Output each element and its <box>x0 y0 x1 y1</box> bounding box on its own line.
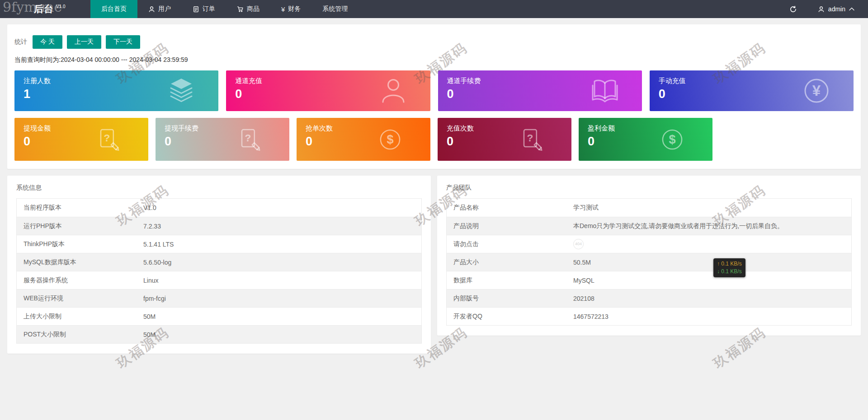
row-value: 5.1.41 LTS <box>143 241 421 248</box>
next-day-button[interactable]: 下一天 <box>106 35 140 49</box>
row-value: 学习测试 <box>573 204 851 212</box>
stat-cards-row-1: 注册人数 1 通道充值 0 <box>14 70 854 111</box>
user-icon <box>818 6 825 13</box>
doc-question-pencil-icon: ? <box>96 127 120 152</box>
row-label: 当前程序版本 <box>17 204 143 212</box>
doc-question-pencil-icon: ? <box>519 127 543 152</box>
stat-card-label: 提现手续费 <box>165 124 280 133</box>
row-label: WEB运行环境 <box>17 294 143 303</box>
today-button[interactable]: 今 天 <box>33 35 62 49</box>
row-value: V1.0 <box>143 204 421 211</box>
stat-card-recharge-count: 充值次数 0 ? <box>438 118 571 161</box>
system-info-title: 系统信息 <box>7 176 431 198</box>
yen-icon: ¥ <box>281 5 285 13</box>
stat-card-value: 0 <box>24 135 139 148</box>
table-row: 数据库 MySQL <box>447 271 851 289</box>
svg-text:?: ? <box>245 132 251 144</box>
table-row: 运行PHP版本 7.2.33 <box>17 217 421 235</box>
person-icon <box>379 76 408 105</box>
row-value: 404 <box>573 239 851 249</box>
svg-text:¥: ¥ <box>812 82 821 99</box>
nav-item-orders[interactable]: 订单 <box>182 0 226 18</box>
nav-item-system[interactable]: 系统管理 <box>311 0 359 18</box>
row-label: 内部版号 <box>447 294 573 303</box>
table-row: 上传大小限制 50M <box>17 307 421 325</box>
stat-card-label: 抢单次数 <box>306 124 421 133</box>
stat-card-label: 充值次数 <box>447 124 562 133</box>
nav-item-finance[interactable]: ¥ 财务 <box>270 0 311 18</box>
app-version: V1.0 <box>56 4 66 9</box>
product-team-table: 产品名称 学习测试 产品说明 本Demo只为学习测试交流,请勿要做商业或者用于违… <box>446 198 852 326</box>
main-menu: 后台首页 用户 订单 商品 ¥ 财务 系统管理 <box>90 0 359 18</box>
row-label: MySQL数据库版本 <box>17 258 143 266</box>
row-label: POST大小限制 <box>17 331 143 339</box>
row-value: fpm-fcgi <box>143 295 421 302</box>
row-label: 数据库 <box>447 276 573 285</box>
product-team-panel: 产品团队 产品名称 学习测试 产品说明 本Demo只为学习测试交流,请勿要做商业… <box>437 176 861 336</box>
row-value: 本Demo只为学习测试交流,请勿要做商业或者用于违法行为,一切后果自负。 <box>573 222 851 230</box>
yen-circle-icon: ¥ <box>802 76 831 105</box>
app-logo: 后台 V1.0 <box>0 0 90 18</box>
order-icon <box>193 6 199 13</box>
nav-item-products[interactable]: 商品 <box>226 0 270 18</box>
table-row: 请勿点击 404 <box>447 235 851 253</box>
row-value: 7.2.33 <box>143 223 421 230</box>
nav-item-home[interactable]: 后台首页 <box>90 0 137 18</box>
nav-item-label: 系统管理 <box>322 5 348 13</box>
chevron-up-icon <box>849 7 854 11</box>
stat-card-channel-recharge: 通道充值 0 <box>226 70 430 111</box>
upload-speed: ↑ 0.1 KB/s <box>717 260 742 268</box>
stat-card-channel-fee: 通道手续费 0 <box>438 70 642 111</box>
stats-panel: 统计 今 天 上一天 下一天 当前查询时间为:2024-03-04 00:00:… <box>7 24 861 169</box>
table-row: 产品说明 本Demo只为学习测试交流,请勿要做商业或者用于违法行为,一切后果自负… <box>447 217 851 235</box>
stat-card-label: 提现金额 <box>24 124 139 133</box>
stat-card-registered-users: 注册人数 1 <box>14 70 218 111</box>
table-row: MySQL数据库版本 5.6.50-log <box>17 253 421 271</box>
dollar-circle-icon: $ <box>660 127 684 152</box>
network-speed-overlay: ↑ 0.1 KB/s ↓ 0.1 KB/s <box>713 258 745 277</box>
row-value: 50M <box>143 331 421 338</box>
svg-text:$: $ <box>387 133 393 146</box>
admin-dashboard: 后台 V1.0 后台首页 用户 订单 商品 ¥ 财务 <box>0 0 868 354</box>
admin-username: admin <box>828 5 845 13</box>
previous-day-button[interactable]: 上一天 <box>67 35 101 49</box>
main-content: 统计 今 天 上一天 下一天 当前查询时间为:2024-03-04 00:00:… <box>0 18 868 354</box>
app-title: 后台 <box>34 3 54 15</box>
table-row: 产品大小 50.5M <box>447 253 851 271</box>
row-label: ThinkPHP版本 <box>17 240 143 248</box>
refresh-button[interactable] <box>789 5 797 13</box>
nav-item-users[interactable]: 用户 <box>137 0 182 18</box>
stat-card-withdraw-amount: 提现金额 0 ? <box>14 118 148 161</box>
svg-text:$: $ <box>669 133 675 146</box>
do-not-click-badge[interactable]: 404 <box>573 239 584 249</box>
stat-card-value: 0 <box>447 135 562 148</box>
table-row: 当前程序版本 V1.0 <box>17 199 421 217</box>
table-row: 内部版号 202108 <box>447 289 851 307</box>
navbar-right: admin <box>789 0 868 18</box>
stats-header: 统计 今 天 上一天 下一天 <box>14 35 854 49</box>
refresh-icon <box>789 5 797 13</box>
row-label: 服务器操作系统 <box>17 276 143 285</box>
nav-item-label: 订单 <box>203 5 215 13</box>
nav-item-label: 商品 <box>247 5 259 13</box>
top-navbar: 后台 V1.0 后台首页 用户 订单 商品 ¥ 财务 <box>0 0 868 18</box>
row-label: 产品名称 <box>447 204 573 212</box>
row-label: 产品大小 <box>447 258 573 266</box>
row-label: 产品说明 <box>447 222 573 230</box>
stat-card-label: 盈利金额 <box>588 124 703 133</box>
dollar-circle-icon: $ <box>378 127 402 152</box>
system-info-table: 当前程序版本 V1.0 运行PHP版本 7.2.33 ThinkPHP版本 5.… <box>16 198 422 344</box>
stat-card-profit-amount: 盈利金额 0 $ <box>579 118 712 161</box>
row-value: 1467572213 <box>573 313 851 320</box>
admin-user-menu[interactable]: admin <box>818 5 854 13</box>
row-label: 上传大小限制 <box>17 313 143 321</box>
stat-card-grab-orders: 抢单次数 0 $ <box>297 118 430 161</box>
query-time-text: 当前查询时间为:2024-03-04 00:00:00 --- 2024-03-… <box>14 56 854 64</box>
row-label: 请勿点击 <box>447 240 573 248</box>
stat-card-manual-recharge: 手动充值 0 ¥ <box>650 70 854 111</box>
table-row: 服务器操作系统 Linux <box>17 271 421 289</box>
table-row: 开发者QQ 1467572213 <box>447 307 851 325</box>
book-icon <box>590 76 619 105</box>
user-icon <box>148 6 155 13</box>
table-row: POST大小限制 50M <box>17 325 421 343</box>
